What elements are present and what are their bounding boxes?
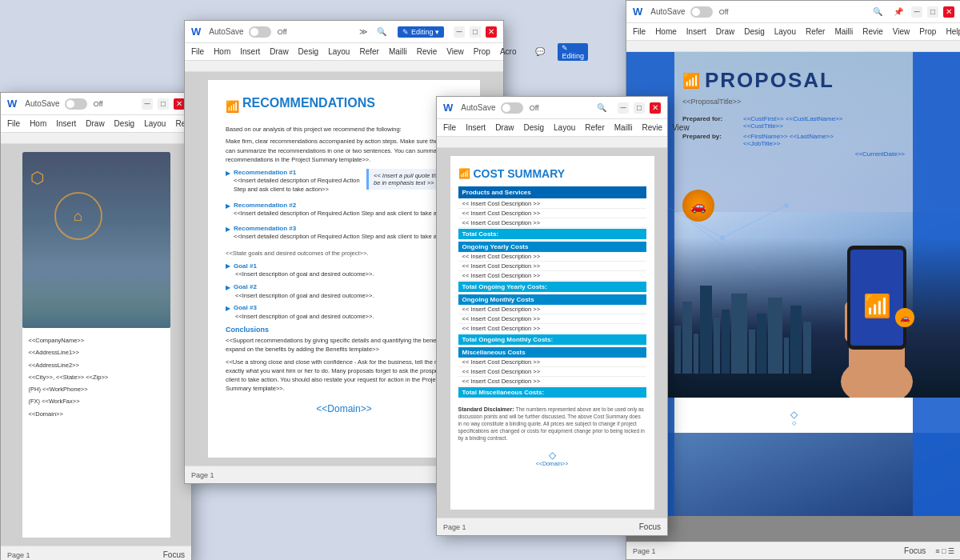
ruler-2 xyxy=(185,61,503,72)
maximize-button-2[interactable]: □ xyxy=(470,26,481,38)
ribbon-view-3[interactable]: View xyxy=(672,123,690,132)
ribbon-draw-3[interactable]: Draw xyxy=(495,123,514,132)
doc-title-2: RECOMMENDATIONS xyxy=(242,96,375,110)
search-icon-4[interactable]: 🔍 xyxy=(873,7,882,16)
city-state: <<City>>, <<State>> <<Zip>> xyxy=(29,373,164,382)
domain-4: ◇ xyxy=(636,420,951,426)
ribbon-draw-1[interactable]: Draw xyxy=(86,119,104,128)
goal2-desc: <<Insert description of goal and desired… xyxy=(226,291,462,300)
ribbon-layout-4[interactable]: Layou xyxy=(774,27,796,36)
goal3-desc: <<Insert description of goal and desired… xyxy=(226,312,462,321)
ribbon-design-4[interactable]: Desig xyxy=(744,27,765,36)
cs-row5: << Insert Cost Description >> xyxy=(458,262,646,271)
ribbon-review-4[interactable]: Revie xyxy=(862,27,883,36)
ribbon-insert-3[interactable]: Insert xyxy=(466,123,486,132)
search-icon-2[interactable]: 🔍 xyxy=(377,27,386,36)
ruler-3 xyxy=(437,137,667,148)
prepared-for-value: <<CustFirst>> <<CustLastName>> xyxy=(743,115,843,122)
status-bar-4: Page 1 Focus ≡ □ ☰ xyxy=(626,542,960,559)
focus-label-1[interactable]: Focus xyxy=(163,550,185,559)
maximize-button-4[interactable]: □ xyxy=(927,6,938,18)
diamond-logo-2: <<Domain>> xyxy=(226,403,462,414)
expand-icon-2: ≫ xyxy=(359,27,367,36)
minimize-button-4[interactable]: ─ xyxy=(911,6,922,18)
focus-label-3[interactable]: Focus xyxy=(639,522,661,531)
ribbon-design-1[interactable]: Desig xyxy=(114,119,135,128)
editing-badge-2[interactable]: ✎ Editing ▾ xyxy=(398,26,444,38)
minimize-button-3[interactable]: ─ xyxy=(618,102,629,114)
city-phone-area: 📶 🚗 🚗 xyxy=(626,174,960,398)
minimize-button-2[interactable]: ─ xyxy=(454,26,465,38)
ribbon-draw-2[interactable]: Draw xyxy=(270,47,288,56)
autosave-toggle-2[interactable] xyxy=(249,26,271,38)
ribbon-design-2[interactable]: Desig xyxy=(298,47,319,56)
minimize-button-1[interactable]: ─ xyxy=(142,98,153,110)
cs-row3: << Insert Cost Description >> xyxy=(458,218,646,228)
city-overlay-1 xyxy=(22,264,170,328)
ribbon-layout-2[interactable]: Layou xyxy=(328,47,350,56)
ribbon-refer-4[interactable]: Refer xyxy=(806,27,825,36)
ribbon-layout-3[interactable]: Layou xyxy=(554,123,575,132)
ribbon-review-3[interactable]: Revie xyxy=(642,123,663,132)
autosave-toggle-4[interactable] xyxy=(690,6,713,18)
close-button-1[interactable]: ✕ xyxy=(174,98,185,110)
cs-total2: Total Ongoing Yearly Costs: xyxy=(458,282,646,292)
maximize-button-3[interactable]: □ xyxy=(634,102,645,114)
toggle-off-label-4: Off xyxy=(719,8,729,16)
ribbon-refer-3[interactable]: Refer xyxy=(585,123,604,132)
autosave-toggle-1[interactable] xyxy=(65,98,87,110)
autosave-label-2: AutoSave xyxy=(209,27,243,36)
cs-section4-header: Miscellaneous Costs xyxy=(458,347,646,358)
wifi-icon-2: 📶 xyxy=(226,100,239,113)
ribbon-draw-4[interactable]: Draw xyxy=(716,27,734,36)
network-icon-1: ⬡ xyxy=(30,168,44,187)
editing-badge-2b[interactable]: ✎ Editing xyxy=(558,43,588,61)
ribbon-insert-2[interactable]: Insert xyxy=(240,47,260,56)
title-bar-3: W AutoSave Off 🔍 ─ □ ✕ xyxy=(437,97,667,119)
ribbon-help-4[interactable]: Help xyxy=(946,27,960,36)
ribbon-mailings-2[interactable]: Mailli xyxy=(389,47,407,56)
maximize-button-1[interactable]: □ xyxy=(158,98,169,110)
cs-total4: Total Miscellaneous Costs: xyxy=(458,387,646,398)
ribbon-layout-1[interactable]: Layou xyxy=(144,119,166,128)
ribbon-file-1[interactable]: File xyxy=(7,119,20,128)
ribbon-file-3[interactable]: File xyxy=(443,123,456,132)
close-button-3[interactable]: ✕ xyxy=(650,102,661,114)
prepared-by-value: <<FirstName>> <<LastName>> xyxy=(743,133,834,140)
rec2-arrow: ▶ xyxy=(226,202,230,210)
ribbon-refer-2[interactable]: Refer xyxy=(359,47,378,56)
comment-icon-2[interactable]: 💬 xyxy=(535,47,545,56)
ribbon-mailings-4[interactable]: Mailli xyxy=(834,27,853,36)
ribbon-design-3[interactable]: Desig xyxy=(523,123,544,132)
ribbon-mailings-3[interactable]: Mailli xyxy=(614,123,633,132)
ribbon-file-4[interactable]: File xyxy=(633,27,646,36)
ribbon-prop-2[interactable]: Prop xyxy=(474,47,490,56)
prepared-for-label: Prepared for: xyxy=(682,115,738,130)
word-logo-1: W xyxy=(7,98,17,110)
domain-1: <<Domain>> xyxy=(29,410,164,418)
ribbon-insert-4[interactable]: Insert xyxy=(686,27,706,36)
ribbon-view-4[interactable]: View xyxy=(893,27,910,36)
goal1-arrow: ▶ xyxy=(226,262,230,270)
ribbon-home-4[interactable]: Home xyxy=(655,27,677,36)
page-number-3: Page 1 xyxy=(443,523,466,531)
ribbon-home-1[interactable]: Hom xyxy=(30,119,46,128)
ribbon-view-2[interactable]: View xyxy=(446,47,464,56)
ribbon-review-2[interactable]: Revie xyxy=(417,47,438,56)
focus-label-4[interactable]: Focus xyxy=(904,546,926,555)
search-icon-3[interactable]: 🔍 xyxy=(597,103,606,112)
rec1-label: Recommendation #1 xyxy=(234,169,360,176)
autosave-toggle-3[interactable] xyxy=(501,102,523,114)
proposal-title-placeholder: <<ProposalTitle>> xyxy=(682,98,905,106)
ribbon-home-2[interactable]: Hom xyxy=(214,47,230,56)
ribbon-bar-3: File Insert Draw Desig Layou Refer Maill… xyxy=(437,119,667,137)
rec3-arrow: ▶ xyxy=(226,226,230,233)
ribbon-file-2[interactable]: File xyxy=(191,47,204,56)
ribbon-prop-4[interactable]: Prop xyxy=(919,27,936,36)
ribbon-acro-2[interactable]: Acro xyxy=(500,47,517,56)
close-button-4[interactable]: ✕ xyxy=(943,6,954,18)
ribbon-insert-1[interactable]: Insert xyxy=(56,119,76,128)
close-button-2[interactable]: ✕ xyxy=(486,26,497,38)
cs-section3-header: Ongoing Monthly Costs xyxy=(458,294,646,305)
title-bar-1: W AutoSave Off ─ □ ✕ xyxy=(1,93,191,115)
